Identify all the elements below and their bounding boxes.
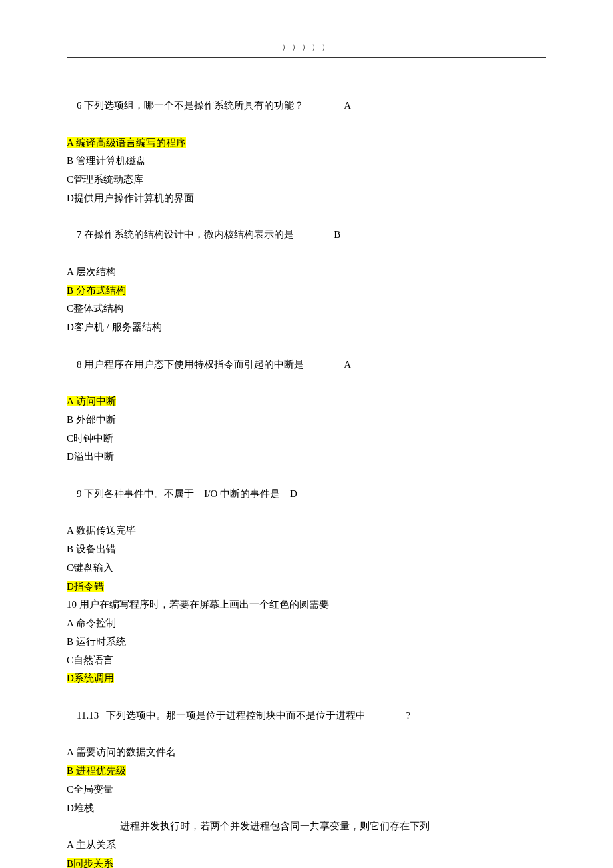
q11-optD: D堆栈 xyxy=(67,799,546,818)
q8-stem: 8 用户程序在用户态下使用特权指令而引起的中断是A xyxy=(67,337,546,392)
q8-optD: D溢出中断 xyxy=(67,448,546,466)
q6-optD: D提供用户操作计算机的界面 xyxy=(67,189,546,208)
q9-optD: D指令错 xyxy=(67,578,546,596)
q9-optB: B 设备出错 xyxy=(67,540,546,559)
header-rule xyxy=(67,57,546,58)
q8-answer: A xyxy=(344,359,351,370)
q7-optD: D客户机 / 服务器结构 xyxy=(67,318,546,337)
q7-optB-text: B 分布式结构 xyxy=(67,285,126,296)
q9-optC: C键盘输入 xyxy=(67,559,546,578)
q7-optC: C整体式结构 xyxy=(67,300,546,318)
q11-optB: B 进程优先级 xyxy=(67,762,546,781)
q8-optA: A 访问中断 xyxy=(67,392,546,411)
header-decoration: ））））） xyxy=(67,40,546,53)
q10-stem: 10 用户在编写程序时，若要在屏幕上画出一个红色的圆需要 xyxy=(67,596,546,614)
q8-optA-text: A 访问中断 xyxy=(67,396,116,406)
q10-optD: D系统调用 xyxy=(67,669,546,688)
q11-optC: C全局变量 xyxy=(67,781,546,799)
q10-optD-text: D系统调用 xyxy=(67,673,114,683)
q9-optD-text: D指令错 xyxy=(67,581,104,592)
q7-stem: 7 在操作系统的结构设计中，微内核结构表示的是B xyxy=(67,208,546,263)
q10-optC: C自然语言 xyxy=(67,651,546,670)
q9-optA: A 数据传送完毕 xyxy=(67,522,546,540)
qshare-stem: 进程并发执行时，若两个并发进程包含同一共享变量，则它们存在下列 xyxy=(67,817,546,836)
q10-optB: B 运行时系统 xyxy=(67,633,546,651)
q11-stem: 11.13 下列选项中。那一项是位于进程控制块中而不是位于进程中? xyxy=(67,688,546,743)
q9-stem-a: 9 下列各种事件中。不属于 xyxy=(77,488,194,499)
q7-optB: B 分布式结构 xyxy=(67,282,546,300)
q11-optA: A 需要访问的数据文件名 xyxy=(67,743,546,762)
q8-optC: C时钟中断 xyxy=(67,430,546,448)
q7-stem-text: 7 在操作系统的结构设计中，微内核结构表示的是 xyxy=(77,229,294,240)
qshare-optA: A 主从关系 xyxy=(67,836,546,855)
q9-stem-b: I/O 中断的事件是 xyxy=(204,488,280,499)
q9-stem: 9 下列各种事件中。不属于 I/O 中断的事件是 D xyxy=(67,466,546,522)
q7-answer: B xyxy=(334,229,340,240)
q6-stem: 6 下列选项组，哪一个不是操作系统所具有的功能？A xyxy=(67,78,546,133)
q11-optB-text: B 进程优先级 xyxy=(67,765,126,776)
q6-optA-text: A 编译高级语言编写的程序 xyxy=(67,137,186,148)
q10-optA: A 命令控制 xyxy=(67,614,546,633)
qshare-optB: B同步关系 xyxy=(67,855,546,868)
q11-answer: ? xyxy=(406,710,410,721)
q8-optB: B 外部中断 xyxy=(67,411,546,430)
q8-stem-text: 8 用户程序在用户态下使用特权指令而引起的中断是 xyxy=(77,359,304,370)
q6-optC: C管理系统动态库 xyxy=(67,171,546,189)
q7-optA: A 层次结构 xyxy=(67,263,546,282)
q6-answer: A xyxy=(344,100,351,111)
qshare-optB-text: B同步关系 xyxy=(67,858,113,868)
q6-optA: A 编译高级语言编写的程序 xyxy=(67,134,546,153)
q9-answer: D xyxy=(290,488,297,499)
q6-stem-text: 6 下列选项组，哪一个不是操作系统所具有的功能？ xyxy=(77,100,304,111)
q6-optB: B 管理计算机磁盘 xyxy=(67,152,546,171)
q11-stem-text: 11.13 下列选项中。那一项是位于进程控制块中而不是位于进程中 xyxy=(77,710,366,721)
